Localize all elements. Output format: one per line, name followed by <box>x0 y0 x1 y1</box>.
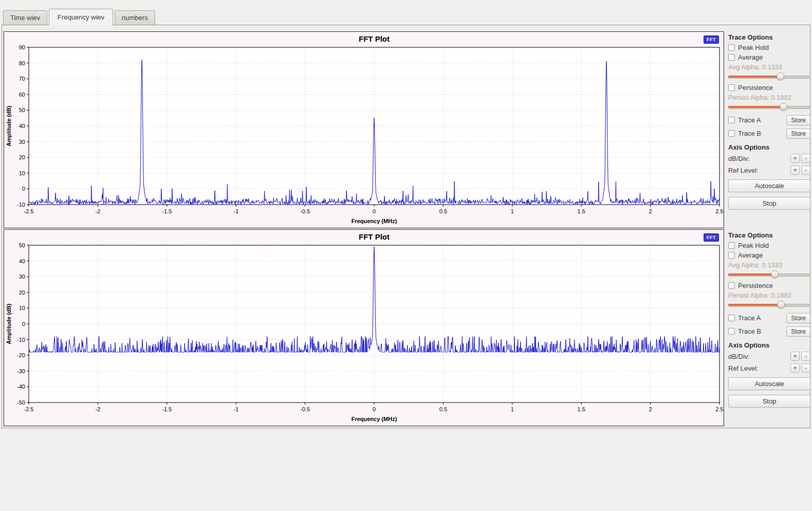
svg-text:Amplitude (dB): Amplitude (dB) <box>6 105 12 146</box>
svg-text:0: 0 <box>373 208 376 214</box>
svg-text:-1.5: -1.5 <box>162 208 172 214</box>
svg-text:0: 0 <box>22 321 25 327</box>
trace-b-label: Trace B <box>738 130 761 137</box>
trace-a-checkbox[interactable]: Trace A <box>728 116 761 124</box>
svg-text:10: 10 <box>19 305 25 311</box>
ref-level-plus-button[interactable]: + <box>790 166 800 175</box>
checkbox-box-icon[interactable] <box>728 44 735 51</box>
svg-text:60: 60 <box>19 92 25 98</box>
svg-text:-2: -2 <box>96 406 101 412</box>
ref-level-row: Ref Level: + - <box>728 166 810 175</box>
fft-badge: FFT <box>704 35 719 44</box>
svg-text:1.5: 1.5 <box>578 208 585 214</box>
store-trace-a-button[interactable]: Store <box>786 115 810 125</box>
slider-handle[interactable] <box>771 270 779 278</box>
avg-alpha-label: Avg Alpha: 0.1333 <box>728 63 810 71</box>
peak-hold-checkbox[interactable]: Peak Hold <box>728 242 810 249</box>
ref-level-minus-button[interactable]: - <box>801 363 810 373</box>
store-trace-b-button[interactable]: Store <box>786 129 810 139</box>
tab-content-frame: -2.5-2-1.5-1-0.500.511.522.5-10010203040… <box>2 25 810 428</box>
average-checkbox[interactable]: Average <box>728 251 810 259</box>
slider-fill <box>728 76 780 78</box>
persist-alpha-slider[interactable] <box>728 103 810 111</box>
checkbox-box-icon[interactable] <box>728 328 735 335</box>
svg-text:20: 20 <box>19 154 25 160</box>
trace-options-heading: Trace Options <box>728 33 810 41</box>
svg-text:80: 80 <box>19 60 25 66</box>
tab-frequency-view[interactable]: Frequency wiev <box>49 9 113 25</box>
stop-button[interactable]: Stop <box>728 197 810 210</box>
peak-hold-checkbox[interactable]: Peak Hold <box>728 44 810 51</box>
svg-text:FFT Plot: FFT Plot <box>359 232 390 241</box>
svg-text:0: 0 <box>22 186 25 192</box>
trace-controls-sidebar-bottom: Trace Options Peak Hold Average Avg Alph… <box>724 229 812 426</box>
svg-text:2.5: 2.5 <box>715 406 723 412</box>
svg-text:Frequency (MHz): Frequency (MHz) <box>352 416 397 422</box>
ref-level-plus-button[interactable]: + <box>790 363 800 373</box>
svg-text:1: 1 <box>511 406 514 412</box>
svg-text:Frequency (MHz): Frequency (MHz) <box>352 218 397 224</box>
svg-text:2: 2 <box>649 208 652 214</box>
autoscale-button[interactable]: Autoscale <box>728 179 810 192</box>
ref-level-label: Ref Level: <box>728 364 789 372</box>
avg-alpha-slider[interactable] <box>728 72 810 80</box>
store-trace-b-button[interactable]: Store <box>786 326 810 337</box>
trace-b-label: Trace B <box>738 327 761 335</box>
stop-button[interactable]: Stop <box>728 395 810 408</box>
fft-panel-bottom: -2.5-2-1.5-1-0.500.511.522.5-50-40-30-20… <box>4 229 808 426</box>
store-trace-a-button[interactable]: Store <box>786 313 810 323</box>
checkbox-box-icon[interactable] <box>728 117 735 123</box>
db-div-plus-button[interactable]: + <box>790 154 800 163</box>
checkbox-box-icon[interactable] <box>728 282 735 289</box>
fft-badge: FFT <box>704 233 719 242</box>
svg-text:-20: -20 <box>17 352 25 358</box>
slider-handle[interactable] <box>777 301 785 308</box>
checkbox-box-icon[interactable] <box>728 252 735 259</box>
trace-controls-sidebar-top: Trace Options Peak Hold Average Avg Alph… <box>724 31 812 228</box>
fft-chart-bottom[interactable]: -2.5-2-1.5-1-0.500.511.522.5-50-40-30-20… <box>4 230 724 426</box>
trace-a-checkbox[interactable]: Trace A <box>728 314 761 322</box>
slider-handle[interactable] <box>780 103 787 111</box>
avg-alpha-slider[interactable] <box>728 270 810 278</box>
fft-chart-top[interactable]: -2.5-2-1.5-1-0.500.511.522.5-10010203040… <box>4 32 724 228</box>
autoscale-button[interactable]: Autoscale <box>728 377 810 390</box>
db-div-minus-button[interactable]: - <box>801 352 810 361</box>
persistence-checkbox[interactable]: Persistence <box>728 282 810 289</box>
svg-text:30: 30 <box>19 273 25 280</box>
db-div-label: dB/Div: <box>728 353 789 360</box>
fft-plot-area-bottom: -2.5-2-1.5-1-0.500.511.522.5-50-40-30-20… <box>4 229 724 426</box>
svg-text:2: 2 <box>649 406 652 412</box>
average-checkbox[interactable]: Average <box>728 53 810 61</box>
svg-text:90: 90 <box>19 44 25 50</box>
tab-numbers[interactable]: numbers <box>115 10 155 25</box>
trace-a-label: Trace A <box>738 116 761 124</box>
db-div-row: dB/Div: + - <box>728 352 810 361</box>
checkbox-box-icon[interactable] <box>728 84 735 91</box>
axis-options-heading: Axis Options <box>728 143 810 151</box>
trace-b-checkbox[interactable]: Trace B <box>728 327 761 335</box>
trace-b-checkbox[interactable]: Trace B <box>728 130 761 137</box>
average-label: Average <box>738 53 763 61</box>
db-div-plus-button[interactable]: + <box>790 352 800 361</box>
ref-level-row: Ref Level: + - <box>728 363 810 373</box>
trace-b-row: Trace B Store <box>728 127 810 139</box>
db-div-minus-button[interactable]: - <box>801 154 810 163</box>
persistence-checkbox[interactable]: Persistence <box>728 84 810 92</box>
trace-options-heading: Trace Options <box>728 231 810 239</box>
svg-text:10: 10 <box>19 170 25 176</box>
ref-level-minus-button[interactable]: - <box>801 166 810 175</box>
checkbox-box-icon[interactable] <box>728 54 735 61</box>
svg-text:0.5: 0.5 <box>439 406 447 412</box>
persist-alpha-slider[interactable] <box>728 301 810 308</box>
peak-hold-label: Peak Hold <box>738 44 769 51</box>
svg-text:-10: -10 <box>17 337 25 343</box>
persistence-label: Persistence <box>738 282 773 289</box>
svg-text:1: 1 <box>511 208 514 214</box>
svg-text:50: 50 <box>19 242 25 248</box>
checkbox-box-icon[interactable] <box>728 130 735 137</box>
slider-handle[interactable] <box>777 72 784 80</box>
checkbox-box-icon[interactable] <box>728 242 735 249</box>
tab-time-view[interactable]: Time wiev <box>3 10 47 25</box>
checkbox-box-icon[interactable] <box>728 315 735 321</box>
svg-text:-2.5: -2.5 <box>24 406 34 412</box>
